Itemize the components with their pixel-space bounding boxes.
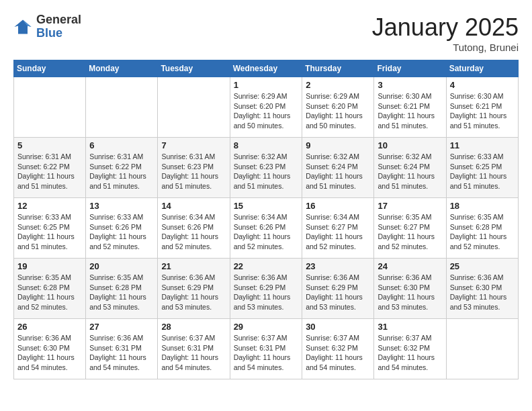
weekday-header: Thursday [302,60,374,77]
day-number: 7 [161,140,226,150]
day-info: Sunrise: 6:30 AM Sunset: 6:21 PM Dayligh… [378,91,442,131]
day-info: Sunrise: 6:31 AM Sunset: 6:22 PM Dayligh… [89,152,154,191]
calendar-table: SundayMondayTuesdayWednesdayThursdayFrid… [13,60,519,379]
calendar-cell: 22Sunrise: 6:36 AM Sunset: 6:29 PM Dayli… [230,259,302,319]
day-number: 18 [450,201,515,211]
day-number: 12 [17,201,82,211]
day-info: Sunrise: 6:36 AM Sunset: 6:30 PM Dayligh… [450,273,515,312]
day-info: Sunrise: 6:36 AM Sunset: 6:29 PM Dayligh… [161,273,226,312]
weekday-header: Tuesday [158,60,230,77]
calendar-cell: 21Sunrise: 6:36 AM Sunset: 6:29 PM Dayli… [158,259,230,319]
day-number: 4 [450,80,515,90]
day-info: Sunrise: 6:30 AM Sunset: 6:21 PM Dayligh… [450,91,515,131]
calendar-cell: 18Sunrise: 6:35 AM Sunset: 6:28 PM Dayli… [446,198,518,259]
day-number: 3 [378,80,442,90]
calendar-cell: 24Sunrise: 6:36 AM Sunset: 6:30 PM Dayli… [374,259,446,319]
calendar-cell: 11Sunrise: 6:33 AM Sunset: 6:25 PM Dayli… [446,138,518,198]
calendar-week-row: 1Sunrise: 6:29 AM Sunset: 6:20 PM Daylig… [14,77,519,138]
page-header: General Blue January 2025 Tutong, Brunei [13,13,519,53]
day-info: Sunrise: 6:33 AM Sunset: 6:26 PM Dayligh… [89,212,154,252]
day-number: 24 [378,261,442,271]
weekday-header: Monday [86,60,158,77]
logo-text: General Blue [36,13,81,40]
calendar-cell: 19Sunrise: 6:35 AM Sunset: 6:28 PM Dayli… [14,259,86,319]
day-info: Sunrise: 6:34 AM Sunset: 6:26 PM Dayligh… [161,212,226,252]
header-row: SundayMondayTuesdayWednesdayThursdayFrid… [14,60,519,77]
calendar-cell: 14Sunrise: 6:34 AM Sunset: 6:26 PM Dayli… [158,198,230,259]
day-number: 15 [234,201,299,211]
calendar-cell [158,77,230,138]
day-info: Sunrise: 6:29 AM Sunset: 6:20 PM Dayligh… [306,91,370,131]
logo: General Blue [13,13,81,40]
day-info: Sunrise: 6:36 AM Sunset: 6:31 PM Dayligh… [89,333,154,373]
day-number: 25 [450,261,515,271]
logo-general: General [36,13,81,27]
day-info: Sunrise: 6:32 AM Sunset: 6:24 PM Dayligh… [378,152,442,191]
calendar-cell: 12Sunrise: 6:33 AM Sunset: 6:25 PM Dayli… [14,198,86,259]
calendar-cell: 6Sunrise: 6:31 AM Sunset: 6:22 PM Daylig… [86,138,158,198]
day-info: Sunrise: 6:35 AM Sunset: 6:28 PM Dayligh… [17,273,82,312]
day-number: 1 [234,80,299,90]
calendar-body: 1Sunrise: 6:29 AM Sunset: 6:20 PM Daylig… [14,77,519,379]
day-info: Sunrise: 6:35 AM Sunset: 6:27 PM Dayligh… [378,212,442,252]
day-info: Sunrise: 6:34 AM Sunset: 6:27 PM Dayligh… [306,212,370,252]
calendar-cell: 20Sunrise: 6:35 AM Sunset: 6:28 PM Dayli… [86,259,158,319]
day-number: 28 [161,322,226,332]
day-info: Sunrise: 6:37 AM Sunset: 6:31 PM Dayligh… [234,333,299,373]
logo-blue: Blue [36,27,81,40]
calendar-cell: 30Sunrise: 6:37 AM Sunset: 6:32 PM Dayli… [302,319,374,379]
day-number: 31 [378,322,442,332]
day-info: Sunrise: 6:34 AM Sunset: 6:26 PM Dayligh… [234,212,299,252]
calendar-cell [86,77,158,138]
day-number: 17 [378,201,442,211]
calendar-cell: 7Sunrise: 6:31 AM Sunset: 6:23 PM Daylig… [158,138,230,198]
day-number: 8 [234,140,299,150]
calendar-cell: 28Sunrise: 6:37 AM Sunset: 6:31 PM Dayli… [158,319,230,379]
day-number: 22 [234,261,299,271]
day-number: 11 [450,140,515,150]
day-number: 30 [306,322,370,332]
calendar-cell [446,319,518,379]
calendar-cell: 9Sunrise: 6:32 AM Sunset: 6:24 PM Daylig… [302,138,374,198]
day-number: 14 [161,201,226,211]
calendar-cell: 1Sunrise: 6:29 AM Sunset: 6:20 PM Daylig… [230,77,302,138]
month-title: January 2025 [372,13,519,42]
calendar-cell: 25Sunrise: 6:36 AM Sunset: 6:30 PM Dayli… [446,259,518,319]
calendar-week-row: 19Sunrise: 6:35 AM Sunset: 6:28 PM Dayli… [14,259,519,319]
location-subtitle: Tutong, Brunei [372,42,519,53]
calendar-cell [14,77,86,138]
calendar-cell: 31Sunrise: 6:37 AM Sunset: 6:32 PM Dayli… [374,319,446,379]
day-info: Sunrise: 6:35 AM Sunset: 6:28 PM Dayligh… [450,212,515,252]
calendar-cell: 2Sunrise: 6:29 AM Sunset: 6:20 PM Daylig… [302,77,374,138]
calendar-cell: 3Sunrise: 6:30 AM Sunset: 6:21 PM Daylig… [374,77,446,138]
day-number: 23 [306,261,370,271]
day-info: Sunrise: 6:37 AM Sunset: 6:31 PM Dayligh… [161,333,226,373]
day-number: 20 [89,261,154,271]
day-number: 6 [89,140,154,150]
calendar-cell: 10Sunrise: 6:32 AM Sunset: 6:24 PM Dayli… [374,138,446,198]
logo-icon [13,17,32,36]
calendar-cell: 29Sunrise: 6:37 AM Sunset: 6:31 PM Dayli… [230,319,302,379]
day-info: Sunrise: 6:36 AM Sunset: 6:30 PM Dayligh… [378,273,442,312]
day-number: 16 [306,201,370,211]
weekday-header: Friday [374,60,446,77]
day-number: 5 [17,140,82,150]
day-info: Sunrise: 6:36 AM Sunset: 6:29 PM Dayligh… [234,273,299,312]
calendar-header: SundayMondayTuesdayWednesdayThursdayFrid… [14,60,519,77]
calendar-cell: 4Sunrise: 6:30 AM Sunset: 6:21 PM Daylig… [446,77,518,138]
day-info: Sunrise: 6:37 AM Sunset: 6:32 PM Dayligh… [378,333,442,373]
day-info: Sunrise: 6:32 AM Sunset: 6:24 PM Dayligh… [306,152,370,191]
day-number: 13 [89,201,154,211]
day-number: 29 [234,322,299,332]
day-number: 21 [161,261,226,271]
day-info: Sunrise: 6:36 AM Sunset: 6:30 PM Dayligh… [17,333,82,373]
day-info: Sunrise: 6:33 AM Sunset: 6:25 PM Dayligh… [17,212,82,252]
day-info: Sunrise: 6:37 AM Sunset: 6:32 PM Dayligh… [306,333,370,373]
day-number: 27 [89,322,154,332]
svg-marker-0 [14,19,31,34]
day-info: Sunrise: 6:29 AM Sunset: 6:20 PM Dayligh… [234,91,299,131]
calendar-cell: 23Sunrise: 6:36 AM Sunset: 6:29 PM Dayli… [302,259,374,319]
calendar-cell: 8Sunrise: 6:32 AM Sunset: 6:23 PM Daylig… [230,138,302,198]
day-number: 9 [306,140,370,150]
day-number: 10 [378,140,442,150]
